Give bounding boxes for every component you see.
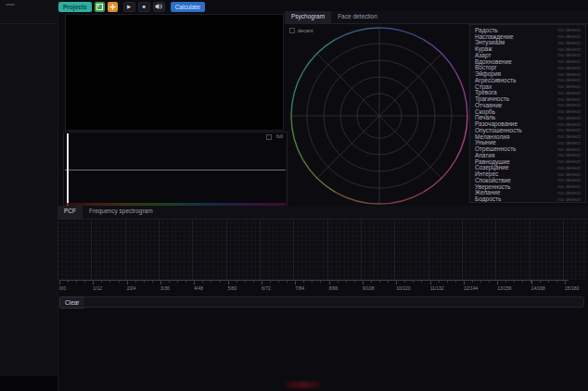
axis-tick-label: 12/144: [464, 285, 478, 291]
axis-tick-label: 7/84: [295, 285, 304, 291]
emotion-value: no detect: [557, 58, 581, 64]
projects-button[interactable]: Projects: [58, 2, 92, 12]
psychogram-panel: Psychogram Face detection decant Радость…: [285, 11, 588, 206]
calculate-button[interactable]: Calculate: [171, 2, 205, 12]
emotion-value: no detect: [557, 146, 581, 152]
emotion-value: no detect: [557, 40, 581, 45]
emotion-row: Бодростьno detect: [470, 196, 585, 202]
play-button[interactable]: ▶: [123, 2, 135, 12]
axis-tick-label: 1/12: [93, 285, 102, 291]
emotion-value: no detect: [557, 190, 581, 196]
axis-tick-label: 14/168: [531, 285, 545, 291]
emotion-value: no detect: [557, 71, 581, 77]
emotion-value: no detect: [557, 121, 581, 127]
axis-tick-label: 0/0: [59, 285, 66, 291]
emotion-value: no detect: [557, 177, 581, 183]
stop-icon: ■: [142, 4, 145, 9]
emotion-value: no detect: [557, 83, 581, 89]
playhead-cursor[interactable]: [67, 133, 69, 206]
speaker-icon: [155, 3, 162, 10]
emotion-value: no detect: [557, 65, 581, 70]
emotion-value: no detect: [557, 77, 581, 82]
psychogram-tabbar: Psychogram Face detection: [285, 11, 588, 24]
bottom-artifact: [286, 382, 321, 388]
tab-psychogram[interactable]: Psychogram: [285, 11, 331, 23]
plus-icon: [109, 4, 116, 10]
emotion-value: no detect: [557, 33, 581, 39]
axis-tick-label: 15/180: [565, 285, 579, 291]
video-preview: [65, 14, 284, 131]
emotion-value: no detect: [557, 115, 581, 120]
emotion-name: Бодрость: [475, 196, 501, 202]
add-plus-button[interactable]: [108, 2, 118, 12]
full-checkbox-label: full: [276, 133, 283, 139]
emotion-list: Радостьno detectНаслаждениеno detectЭнту…: [469, 24, 586, 203]
footer-bar: Clear: [58, 294, 588, 312]
axis-tick-label: 5/60: [228, 285, 237, 291]
spectrogram-tabbar: PCF Frequency spectrogram: [58, 206, 588, 220]
psychogram-radar-chart: [287, 23, 472, 208]
clear-button[interactable]: Clear: [59, 296, 85, 309]
axis-tick-label: 6/72: [262, 285, 271, 291]
toolbar: Projects ▶ ■ Calculate: [58, 1, 205, 12]
emotion-value: no detect: [557, 140, 581, 145]
emotion-value: no detect: [557, 90, 581, 95]
emotion-value: no detect: [557, 133, 581, 139]
image-icon: [96, 4, 103, 10]
tab-face-detection[interactable]: Face detection: [331, 11, 384, 23]
emotion-value: no detect: [557, 127, 581, 132]
emotion-value: no detect: [557, 108, 581, 114]
axis-tick-label: 3/36: [160, 285, 170, 291]
app-window: Projects ▶ ■ Calculate: [0, 0, 588, 391]
waveform-zero-line: [65, 170, 286, 170]
emotion-value: no detect: [557, 52, 581, 57]
axis-tick-label: 13/156: [497, 285, 511, 291]
emotion-value: no detect: [557, 96, 581, 102]
spectrogram-axis: 0/01/122/243/364/485/606/727/848/969/108…: [58, 280, 588, 293]
tab-pcf[interactable]: PCF: [58, 206, 83, 219]
axis-tick-label: 2/24: [127, 285, 136, 291]
emotion-value: no detect: [557, 183, 581, 189]
axis-tick-label: 9/108: [363, 285, 375, 291]
status-input[interactable]: [83, 296, 584, 308]
emotion-value: no detect: [557, 102, 581, 107]
waveform-panel[interactable]: full: [63, 132, 288, 208]
play-icon: ▶: [127, 4, 131, 9]
stop-button[interactable]: ■: [138, 2, 150, 12]
axis-tick-label: 4/48: [194, 285, 203, 291]
emotion-value: no detect: [557, 46, 581, 52]
axis-tick-label: 8/96: [329, 285, 339, 291]
spectrogram-plot: [58, 220, 588, 280]
mute-button[interactable]: [153, 2, 165, 12]
axis-tick-label: 10/120: [396, 285, 410, 291]
axis-minor-ticks: [59, 280, 567, 283]
add-image-button[interactable]: [95, 2, 105, 12]
emotion-value: no detect: [557, 171, 581, 177]
tab-frequency-spectrogram[interactable]: Frequency spectrogram: [83, 206, 160, 219]
sidebar-handle[interactable]: [6, 4, 15, 6]
axis-tick-label: 11/132: [430, 285, 444, 291]
emotion-value: no detect: [557, 196, 581, 202]
sidebar-divider: [0, 23, 58, 24]
sidebar-footer: [0, 376, 58, 391]
full-checkbox[interactable]: [266, 134, 272, 140]
emotion-value: no detect: [557, 165, 581, 170]
emotion-value: no detect: [557, 27, 581, 32]
emotion-value: no detect: [557, 152, 581, 158]
emotion-value: no detect: [557, 158, 581, 164]
projects-sidebar: [0, 0, 58, 391]
